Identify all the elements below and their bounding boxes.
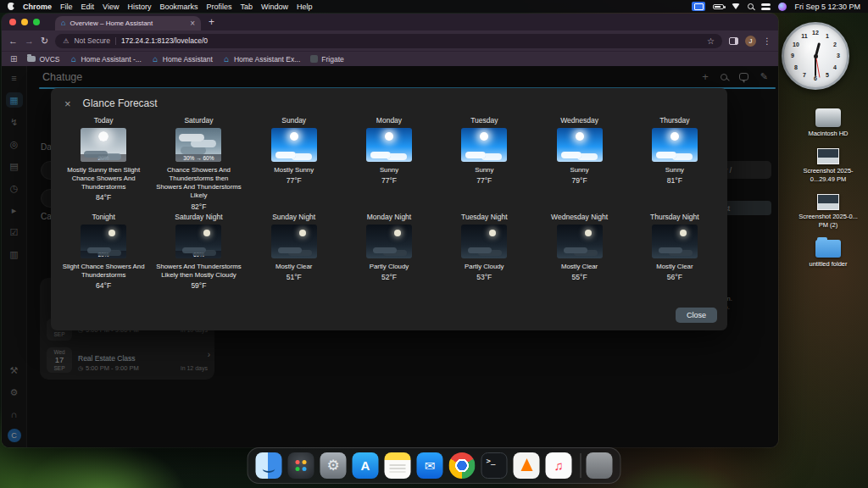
forecast-image bbox=[557, 225, 603, 258]
bookmark-label: Home Assistant bbox=[163, 55, 213, 64]
bookmark-item[interactable]: Home Assistant bbox=[152, 55, 213, 64]
desktop-icon[interactable]: Screenshot 2025-0... PM (2) bbox=[796, 194, 860, 229]
menu-item[interactable]: View bbox=[103, 3, 119, 11]
forecast-temperature: 77°F bbox=[381, 176, 397, 185]
browser-toolbar: ← → ↻ ⚠ Not Secure 172.24.2.1:8123/lovel… bbox=[2, 30, 778, 51]
browser-tab[interactable]: ⌂ Overview – Home Assistant × bbox=[55, 16, 201, 30]
forecast-period-name: Tuesday bbox=[470, 116, 498, 125]
bookmark-label: Home Assistant -... bbox=[81, 55, 141, 64]
control-center-icon[interactable] bbox=[761, 3, 771, 6]
new-tab-button[interactable]: + bbox=[209, 17, 214, 27]
glance-forecast-dialog: × Glance Forecast Today20%Mostly Sunny t… bbox=[51, 88, 727, 330]
clock-number: 8 bbox=[792, 64, 800, 70]
siri-icon[interactable] bbox=[778, 3, 787, 11]
forecast-condition: Sunny bbox=[441, 166, 527, 175]
dock-app-icon[interactable] bbox=[481, 452, 508, 479]
clock-number: 12 bbox=[811, 30, 820, 36]
bookmark-item[interactable]: Frigate bbox=[310, 55, 343, 64]
browser-profile-avatar[interactable]: J bbox=[745, 36, 756, 47]
desktop-icon[interactable]: Macintosh HD bbox=[796, 108, 860, 137]
menu-item[interactable]: Bookmarks bbox=[159, 3, 198, 11]
forecast-condition: Mostly Sunny bbox=[251, 166, 337, 175]
dock-app-icon[interactable] bbox=[385, 452, 411, 479]
dock-app-icon[interactable] bbox=[353, 452, 379, 479]
desktop-icon-art bbox=[815, 108, 841, 127]
status-icons bbox=[692, 2, 787, 11]
forecast-condition: Mostly Sunny then Slight Chance Showers … bbox=[60, 166, 147, 191]
dock-app-icon[interactable] bbox=[514, 452, 540, 479]
window-close-button[interactable] bbox=[9, 19, 16, 25]
forecast-column: SundayMostly Sunny77°F bbox=[247, 116, 342, 211]
desktop-icon-label: Screenshot 2025-0... PM (2) bbox=[798, 213, 859, 229]
forecast-image: 20% bbox=[81, 128, 126, 162]
bookmark-item[interactable]: OVCS bbox=[27, 55, 59, 64]
screen-mirroring-icon[interactable] bbox=[692, 2, 705, 11]
tab-close-icon[interactable]: × bbox=[190, 19, 195, 28]
forecast-period-name: Monday bbox=[376, 116, 402, 125]
desktop-icon-art bbox=[817, 148, 839, 164]
forecast-temperature: 53°F bbox=[476, 273, 492, 281]
home-assistant-favicon: ⌂ bbox=[61, 19, 65, 27]
dock-app-icon[interactable] bbox=[256, 452, 282, 479]
menu-item[interactable]: Help bbox=[297, 3, 313, 11]
dock-app-icon[interactable] bbox=[546, 452, 572, 479]
menu-item[interactable]: History bbox=[127, 3, 151, 11]
apple-logo-icon[interactable] bbox=[8, 3, 14, 10]
bookmark-favicon bbox=[310, 55, 318, 63]
forecast-period-name: Tuesday Night bbox=[461, 213, 508, 221]
forecast-temperature: 77°F bbox=[287, 176, 302, 185]
apps-grid-icon[interactable]: ⊞ bbox=[10, 55, 17, 64]
forecast-condition: Showers And Thunderstorms Likely then Mo… bbox=[155, 263, 242, 280]
spotlight-search-icon[interactable] bbox=[748, 3, 754, 9]
bookmark-favicon bbox=[152, 55, 159, 63]
desktop-icon[interactable]: untitled folder bbox=[796, 240, 860, 268]
window-zoom-button[interactable] bbox=[33, 19, 40, 25]
url-text: 172.24.2.1:8123/lovelace/0 bbox=[121, 36, 702, 45]
dock-app-icon[interactable] bbox=[320, 452, 347, 479]
menu-item[interactable]: Profiles bbox=[206, 3, 231, 11]
menu-item[interactable]: Window bbox=[261, 3, 288, 11]
browser-window: ⌂ Overview – Home Assistant × + ← → ↻ ⚠ … bbox=[2, 14, 778, 447]
menu-item[interactable]: Edit bbox=[81, 3, 95, 11]
dialog-close-icon[interactable]: × bbox=[64, 98, 71, 109]
bookmark-star-icon[interactable]: ☆ bbox=[707, 36, 715, 46]
forecast-column: Tuesday NightPartly Cloudy53°F bbox=[437, 213, 531, 308]
forecast-condition: Sunny bbox=[632, 166, 718, 175]
dock bbox=[248, 447, 621, 484]
dock-app-icon[interactable] bbox=[449, 452, 476, 479]
night-forecast-row: Tonight20%Slight Chance Showers And Thun… bbox=[51, 211, 727, 308]
window-minimize-button[interactable] bbox=[21, 19, 28, 25]
close-button[interactable]: Close bbox=[676, 308, 717, 323]
desktop-icon[interactable]: Screenshot 2025-0...29.49 PM bbox=[796, 148, 860, 183]
forecast-column: Thursday NightMostly Clear56°F bbox=[627, 213, 722, 308]
side-panel-icon[interactable] bbox=[729, 37, 738, 45]
ha-page: ≡▦↯◎▤◷▸☑▥ ⚒⚙∩ C Chatuge + ✎ Da bbox=[2, 66, 778, 447]
dock-app-icon[interactable] bbox=[587, 452, 613, 479]
bookmark-item[interactable]: Home Assistant Ex... bbox=[223, 55, 300, 64]
wifi-icon[interactable] bbox=[732, 3, 740, 9]
forecast-period-name: Saturday bbox=[184, 116, 213, 125]
menu-clock[interactable]: Fri Sep 5 12:30 PM bbox=[794, 3, 860, 11]
forward-icon[interactable]: → bbox=[25, 36, 34, 46]
analog-clock-widget[interactable]: 121234567891011 bbox=[782, 22, 849, 90]
forecast-condition: Mostly Clear bbox=[537, 263, 623, 271]
desktop-icons: Macintosh HDScreenshot 2025-0...29.49 PM… bbox=[793, 108, 863, 268]
forecast-period-name: Sunday bbox=[281, 116, 306, 125]
back-icon[interactable]: ← bbox=[8, 36, 18, 46]
not-secure-icon: ⚠ bbox=[63, 37, 69, 45]
reload-icon[interactable]: ↻ bbox=[41, 36, 48, 46]
dock-app-icon[interactable] bbox=[288, 452, 314, 479]
precipitation-badge: 30% → 60% bbox=[175, 154, 221, 162]
forecast-column: Saturday30% → 60%Chance Showers And Thun… bbox=[151, 116, 246, 211]
bookmark-item[interactable]: Home Assistant -... bbox=[70, 55, 141, 64]
desktop-icon-label: Macintosh HD bbox=[798, 130, 859, 137]
dock-app-icon[interactable] bbox=[417, 452, 443, 479]
address-bar[interactable]: ⚠ Not Secure 172.24.2.1:8123/lovelace/0 … bbox=[55, 34, 722, 48]
menu-app-name[interactable]: Chrome bbox=[23, 3, 52, 11]
forecast-image bbox=[652, 225, 698, 258]
menu-item[interactable]: File bbox=[60, 3, 73, 11]
menu-item[interactable]: Tab bbox=[240, 3, 253, 11]
browser-menu-icon[interactable]: ⋮ bbox=[763, 36, 771, 46]
forecast-period-name: Sunday Night bbox=[272, 213, 315, 221]
battery-icon[interactable] bbox=[713, 4, 724, 9]
